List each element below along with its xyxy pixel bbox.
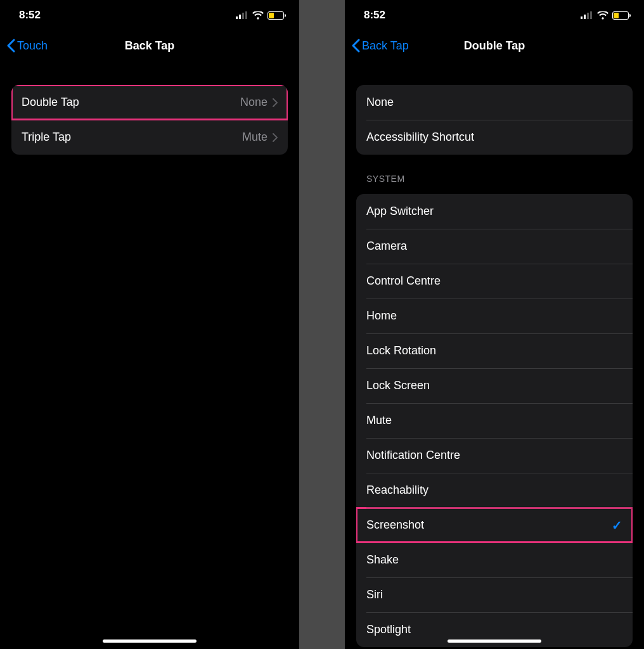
chevron-right-icon	[273, 133, 278, 142]
system-row[interactable]: Home	[356, 299, 633, 333]
row-none[interactable]: None	[356, 85, 633, 120]
checkmark-icon: ✓	[612, 518, 622, 533]
row-label: Accessibility Shortcut	[366, 131, 622, 144]
row-label: Double Tap	[22, 96, 240, 109]
system-row[interactable]: Mute	[356, 403, 633, 438]
row-label: Control Centre	[366, 274, 622, 288]
settings-group: Double Tap None Triple Tap Mute	[11, 85, 288, 155]
cellular-icon	[236, 11, 248, 19]
row-double-tap[interactable]: Double Tap None	[11, 85, 288, 120]
status-right	[581, 11, 629, 20]
row-label: Siri	[366, 588, 622, 601]
system-row[interactable]: Notification Centre	[356, 438, 633, 473]
row-label: Shake	[366, 553, 622, 567]
svg-rect-4	[581, 16, 583, 19]
home-indicator[interactable]	[103, 639, 196, 643]
system-row[interactable]: Camera	[356, 229, 633, 264]
back-label: Back Tap	[362, 39, 409, 53]
row-label: Reachability	[366, 484, 622, 497]
chevron-right-icon	[273, 98, 278, 107]
nav-header: Back Tap Double Tap	[345, 30, 644, 61]
clock: 8:52	[19, 9, 41, 22]
battery-icon	[267, 11, 284, 20]
system-group: App SwitcherCameraControl CentreHomeLock…	[356, 194, 633, 647]
page-title: Back Tap	[125, 39, 175, 53]
svg-rect-5	[584, 15, 586, 19]
row-value: Mute	[242, 131, 267, 144]
system-row[interactable]: Lock Rotation	[356, 333, 633, 368]
row-label: Notification Centre	[366, 449, 622, 462]
battery-icon	[612, 11, 629, 20]
home-indicator[interactable]	[448, 639, 541, 643]
wifi-icon	[597, 11, 609, 20]
svg-rect-3	[245, 11, 247, 19]
row-label: Spotlight	[366, 623, 622, 636]
system-row[interactable]: Lock Screen	[356, 368, 633, 403]
row-value: None	[240, 96, 267, 109]
svg-rect-1	[239, 15, 241, 19]
row-label: Home	[366, 309, 622, 323]
row-label: None	[366, 96, 622, 109]
svg-rect-2	[242, 13, 244, 19]
section-header-system: SYSTEM	[366, 174, 622, 184]
clock: 8:52	[364, 9, 385, 22]
cellular-icon	[581, 11, 593, 19]
row-triple-tap[interactable]: Triple Tap Mute	[11, 120, 288, 155]
system-row[interactable]: App Switcher	[356, 194, 633, 229]
back-label: Touch	[17, 39, 48, 53]
status-bar: 8:52	[345, 0, 644, 30]
row-label: Mute	[366, 414, 622, 427]
row-label: Lock Screen	[366, 379, 622, 392]
row-label: Lock Rotation	[366, 344, 622, 357]
svg-rect-0	[236, 16, 238, 19]
row-label: Camera	[366, 240, 622, 253]
top-group: None Accessibility Shortcut	[356, 85, 633, 155]
back-button[interactable]: Touch	[6, 39, 48, 53]
row-label: Screenshot	[366, 518, 612, 532]
system-row[interactable]: Shake	[356, 543, 633, 577]
chevron-left-icon	[351, 39, 360, 53]
svg-rect-7	[590, 11, 592, 19]
left-phone: 8:52 Touch Back Tap Double Tap None Trip…	[0, 0, 299, 649]
system-row[interactable]: Control Centre	[356, 264, 633, 299]
right-phone: 8:52 Back Tap Double Tap None Accessibil…	[345, 0, 644, 649]
nav-header: Touch Back Tap	[0, 30, 299, 61]
row-label: App Switcher	[366, 205, 622, 218]
status-bar: 8:52	[0, 0, 299, 30]
system-row[interactable]: Screenshot✓	[356, 508, 633, 543]
page-title: Double Tap	[464, 39, 525, 53]
system-row[interactable]: Reachability	[356, 473, 633, 508]
system-row[interactable]: Siri	[356, 577, 633, 612]
status-right	[236, 11, 284, 20]
svg-rect-6	[587, 13, 589, 19]
row-label: Triple Tap	[22, 131, 242, 144]
wifi-icon	[252, 11, 264, 20]
back-button[interactable]: Back Tap	[351, 39, 409, 53]
row-accessibility-shortcut[interactable]: Accessibility Shortcut	[356, 120, 633, 155]
chevron-left-icon	[6, 39, 15, 53]
